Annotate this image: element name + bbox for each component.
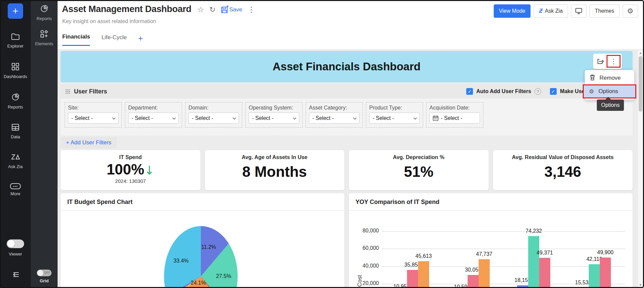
product-type-select[interactable]: - Select - bbox=[369, 113, 420, 124]
help-icon[interactable]: ? bbox=[535, 88, 541, 95]
collapse-sidebar-icon[interactable] bbox=[11, 271, 20, 279]
header: Asset Management Dashboard ☆ ↻ * Save ⋮ … bbox=[58, 0, 644, 49]
sidebar-item-reports[interactable]: Reports bbox=[8, 93, 23, 110]
bar[interactable] bbox=[517, 285, 528, 288]
settings-button[interactable]: ⚙ bbox=[623, 4, 638, 18]
tab-financials[interactable]: Financials bbox=[62, 33, 90, 46]
bar[interactable] bbox=[528, 236, 539, 288]
bar-value-label: 49,900 bbox=[590, 249, 621, 256]
bar-value-label: 47,737 bbox=[469, 251, 499, 257]
sidebar-item-ask-zia[interactable]: Ask Zia bbox=[8, 153, 22, 169]
domain-select[interactable]: - Select - bbox=[188, 113, 239, 124]
pie-slice-label: 24.1% bbox=[191, 280, 206, 286]
tab-life-cycle[interactable]: Life-Cycle bbox=[101, 34, 127, 46]
make-user-filters-checkbox[interactable]: ✓ bbox=[550, 88, 557, 95]
grid-label: Grid bbox=[40, 278, 49, 283]
y-axis-tick: 40,000 bbox=[358, 263, 379, 269]
chevron-down-icon bbox=[353, 116, 357, 120]
banner-widget[interactable]: Asset Financials Dashboard ⋮ bbox=[61, 51, 633, 82]
more-icon: ••• bbox=[10, 183, 21, 189]
ask-zia-button[interactable]: Ƶ Ask Zia bbox=[534, 4, 568, 18]
bar-value-label: 49,371 bbox=[530, 250, 560, 256]
filter-row: Site: - Select - Department: - Select - … bbox=[61, 98, 633, 131]
gridline bbox=[382, 248, 625, 249]
menu-item-options[interactable]: ⚙ Options bbox=[584, 85, 635, 97]
yoy-comparison-chart-card[interactable]: YOY Comparison of IT Spend Purchase Cost… bbox=[349, 193, 633, 288]
create-new-button[interactable]: + bbox=[8, 3, 23, 19]
add-user-filters-button[interactable]: + Add User Filters bbox=[61, 137, 117, 148]
view-mode-button[interactable]: View Mode bbox=[494, 4, 531, 18]
zia-icon bbox=[11, 153, 20, 162]
zia-small-icon: Ƶ bbox=[539, 8, 542, 14]
pie-slice-label: 33.4% bbox=[173, 258, 188, 264]
viewer-toggle[interactable] bbox=[7, 239, 24, 248]
favorite-star-icon[interactable]: ☆ bbox=[197, 6, 204, 13]
kpi-avg-depreciation[interactable]: Avg. Depreciation % 51% bbox=[349, 150, 489, 190]
dashboards-icon bbox=[11, 63, 19, 72]
export-arrow-icon bbox=[597, 58, 604, 65]
panel-item-elements[interactable]: Elements bbox=[35, 30, 53, 46]
sidebar-item-dashboards[interactable]: Dashboards bbox=[4, 63, 27, 79]
options-highlight-box: ⚙ Options bbox=[583, 84, 636, 98]
chevron-down-icon bbox=[293, 116, 297, 120]
bar-value-label: 74,232 bbox=[519, 228, 549, 234]
asset-category-select[interactable]: - Select - bbox=[309, 113, 359, 124]
presentation-button[interactable] bbox=[571, 4, 586, 18]
save-button[interactable]: * Save bbox=[221, 6, 242, 13]
department-select[interactable]: - Select - bbox=[128, 113, 179, 124]
acquisition-date-select[interactable]: - Select - bbox=[429, 113, 480, 124]
table-icon bbox=[11, 124, 19, 132]
operating-system-select[interactable]: - Select - bbox=[249, 113, 299, 124]
kpi-it-spend[interactable]: IT Spend 100%↓ 2024: 130307 bbox=[61, 150, 200, 190]
y-axis-tick: 20,000 bbox=[358, 280, 379, 286]
panel-item-reports[interactable]: Reports bbox=[36, 5, 52, 21]
themes-button[interactable]: Themes bbox=[589, 4, 620, 18]
add-tab-button[interactable]: + bbox=[138, 34, 143, 43]
bar[interactable] bbox=[468, 275, 479, 288]
bar[interactable] bbox=[407, 270, 418, 288]
auto-add-filters-label: Auto Add User Filters bbox=[476, 88, 531, 94]
filter-product-type: Product Type: - Select - bbox=[366, 102, 423, 128]
kpi-subvalue: 2024: 130307 bbox=[115, 178, 146, 184]
grid-toggle[interactable]: OFF bbox=[37, 270, 52, 276]
sidebar-item-explorer[interactable]: Explorer bbox=[7, 33, 23, 49]
bar[interactable] bbox=[600, 258, 611, 288]
title-kebab-icon[interactable]: ⋮ bbox=[248, 6, 255, 13]
filter-operating-system: Operating System: - Select - bbox=[245, 102, 303, 128]
y-axis-tick: 80,000 bbox=[358, 228, 379, 234]
kpi-avg-residual-value[interactable]: Avg. Residual Value of Disposed Assets 3… bbox=[493, 150, 633, 190]
vertical-scrollbar[interactable]: ▲ ▼ bbox=[638, 50, 643, 288]
site-select[interactable]: - Select - bbox=[68, 113, 118, 124]
scrollbar-thumb[interactable] bbox=[639, 56, 642, 112]
y-axis-tick: 60,000 bbox=[358, 245, 379, 251]
bar[interactable] bbox=[479, 259, 490, 288]
menu-item-remove[interactable]: Remove bbox=[585, 72, 634, 84]
it-budget-spend-chart-card[interactable]: IT Budget Spend Chart 11.2%27.5%24.1%33.… bbox=[61, 193, 344, 288]
refresh-icon[interactable]: ↻ bbox=[210, 6, 216, 13]
page-subtitle: Key insight on asset related information bbox=[62, 18, 156, 24]
bar[interactable] bbox=[418, 261, 429, 288]
widget-kebab-button[interactable]: ⋮ bbox=[608, 56, 620, 67]
chart-row: IT Budget Spend Chart 11.2%27.5%24.1%33.… bbox=[61, 193, 633, 288]
kpi-avg-age[interactable]: Avg. Age of Assets In Use 8 Months bbox=[205, 150, 345, 190]
viewer-label: Viewer bbox=[9, 251, 22, 257]
move-widget-button[interactable] bbox=[594, 56, 607, 67]
scroll-down-icon[interactable]: ▼ bbox=[638, 283, 643, 287]
pie-slice-label: 27.5% bbox=[216, 273, 231, 279]
bar[interactable] bbox=[589, 264, 600, 288]
bar-plot-area: 20,00040,00060,00080,00010,95735,85845,6… bbox=[349, 213, 633, 288]
elements-icon bbox=[40, 30, 48, 39]
gear-icon: ⚙ bbox=[627, 8, 634, 15]
widget-context-menu: Remove ⚙ Options bbox=[585, 70, 634, 100]
filter-domain: Domain: - Select - bbox=[185, 102, 242, 128]
user-filters-panel: User Filters ✓ Auto Add User Filters ? ✓… bbox=[61, 84, 633, 136]
secondary-sidebar: Reports Elements OFF Grid bbox=[31, 0, 58, 288]
bar[interactable] bbox=[539, 258, 550, 288]
drag-handle-icon[interactable] bbox=[65, 89, 71, 94]
user-filters-title: User Filters bbox=[74, 88, 107, 95]
options-tooltip: Options bbox=[597, 99, 624, 111]
sidebar-item-data[interactable]: Data bbox=[11, 124, 20, 139]
sidebar-item-more[interactable]: ••• More bbox=[10, 183, 21, 196]
scroll-up-icon[interactable]: ▲ bbox=[638, 51, 643, 55]
auto-add-filters-checkbox[interactable]: ✓ bbox=[466, 88, 473, 95]
